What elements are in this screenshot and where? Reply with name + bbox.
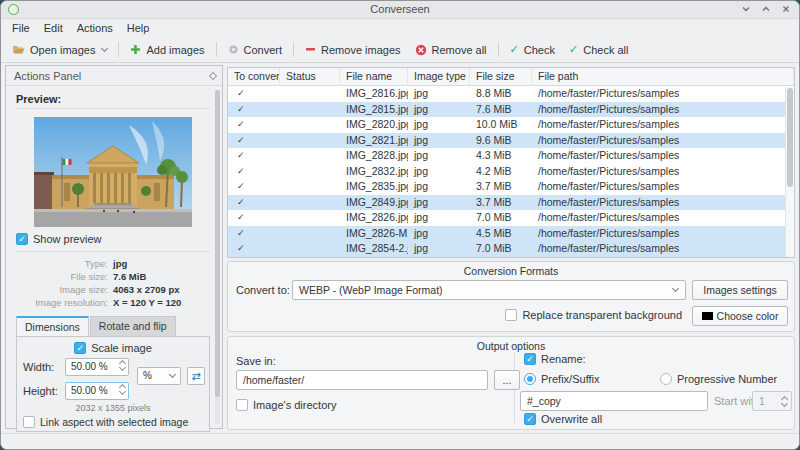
show-preview-checkbox[interactable]: ✓: [16, 233, 28, 245]
table-row[interactable]: ✓IMG_2832.jpgjpg4.2 MiB/home/faster/Pict…: [228, 164, 794, 180]
choose-color-label: Choose color: [717, 310, 779, 322]
add-images-label: Add images: [146, 44, 204, 56]
close-icon[interactable]: [781, 4, 791, 14]
replace-transparent-row: ✓ Replace transparent background: [505, 309, 682, 321]
check-all-button[interactable]: ✓ Check all: [562, 40, 635, 59]
col-image-type[interactable]: Image type: [408, 68, 470, 85]
col-status[interactable]: Status: [280, 68, 340, 85]
check-button[interactable]: ✓ Check: [503, 40, 562, 59]
tab-dimensions[interactable]: Dimensions: [16, 316, 89, 336]
table-row[interactable]: ✓IMG_2849.jpgjpg3.7 MiB/home/faster/Pict…: [228, 195, 794, 211]
actions-panel-header[interactable]: Actions Panel: [6, 66, 222, 86]
menubar: File Edit Actions Help: [1, 19, 799, 37]
images-directory-checkbox[interactable]: ✓: [236, 399, 248, 411]
minimize-icon[interactable]: [741, 4, 751, 14]
cell-type: jpg: [408, 102, 470, 118]
preview-label: Preview:: [16, 93, 210, 109]
scale-image-checkbox[interactable]: ✓: [74, 342, 86, 354]
rename-pattern-input[interactable]: #_copy: [520, 391, 708, 411]
cell-name: IMG_2854-2.j...: [340, 241, 408, 257]
open-images-button[interactable]: Open images: [5, 41, 114, 59]
table-row[interactable]: ✓IMG_2854-2.j...jpg7.0 MiB/home/faster/P…: [228, 241, 794, 257]
float-panel-icon[interactable]: [209, 72, 217, 80]
cell-size: 3.7 MiB: [470, 195, 532, 211]
cell-name: IMG_2826-M...: [340, 226, 408, 242]
cell-check: ✓: [228, 210, 280, 226]
browse-button[interactable]: ...: [494, 370, 520, 390]
add-images-button[interactable]: Add images: [123, 41, 211, 59]
maximize-icon[interactable]: [761, 4, 771, 14]
titlebar[interactable]: Converseen: [1, 1, 799, 19]
chevron-down-icon: [101, 45, 108, 52]
file-size-value: 7.6 MiB: [113, 271, 210, 282]
tab-rotate-and-flip[interactable]: Rotate and flip: [90, 316, 176, 336]
format-value: WEBP - (WebP Image Format): [299, 284, 443, 296]
remove-images-button[interactable]: Remove images: [298, 41, 407, 59]
cell-type: jpg: [408, 86, 470, 102]
menu-actions[interactable]: Actions: [70, 21, 120, 35]
cell-path: /home/faster/Pictures/samples: [532, 102, 794, 118]
table-row[interactable]: ✓IMG_2820.jpgjpg10.0 MiB/home/faster/Pic…: [228, 117, 794, 133]
cell-name: IMG_2835.jpg: [340, 179, 408, 195]
choose-color-button[interactable]: Choose color: [692, 306, 788, 326]
gear-icon: [228, 44, 239, 55]
table-scrollbar-thumb[interactable]: [787, 88, 793, 187]
remove-all-button[interactable]: Remove all: [408, 41, 494, 59]
cell-name: IMG_2821.jpg: [340, 133, 408, 149]
plus-icon: [130, 44, 141, 55]
convert-button[interactable]: Convert: [221, 41, 290, 59]
cell-check: ✓: [228, 179, 280, 195]
tab-bar: Dimensions Rotate and flip: [16, 316, 210, 336]
width-spinbox[interactable]: 50.00 %: [65, 358, 129, 376]
col-to-convert[interactable]: To convert: [228, 68, 280, 85]
menu-file[interactable]: File: [5, 21, 37, 35]
table-row[interactable]: ✓IMG_2835.jpgjpg3.7 MiB/home/faster/Pict…: [228, 179, 794, 195]
col-file-path[interactable]: File path: [532, 68, 794, 85]
rename-row: ✓ Rename:: [524, 353, 586, 365]
chevron-down-icon: [169, 371, 176, 378]
output-options-title: Output options: [228, 340, 794, 352]
format-dropdown[interactable]: WEBP - (WebP Image Format): [292, 280, 686, 300]
panel-scrollbar-thumb[interactable]: [215, 90, 220, 397]
table-scrollbar[interactable]: [785, 87, 794, 257]
cell-path: /home/faster/Pictures/samples: [532, 133, 794, 149]
table-row[interactable]: ✓IMG_2828.jpgjpg4.3 MiB/home/faster/Pict…: [228, 148, 794, 164]
replace-transparent-label: Replace transparent background: [522, 309, 682, 321]
file-table-header[interactable]: To convert Status File name Image type F…: [228, 68, 794, 86]
cell-name: IMG_2816.jpg: [340, 86, 408, 102]
spin-arrows-icon[interactable]: [120, 360, 125, 370]
spin-arrows-icon[interactable]: [120, 384, 125, 394]
check-icon: ✓: [18, 235, 26, 244]
save-path-input[interactable]: /home/faster/: [236, 370, 488, 390]
swap-dimensions-button[interactable]: ⇄: [187, 367, 205, 385]
file-table: To convert Status File name Image type F…: [227, 67, 795, 258]
image-size-label: Image size:: [16, 284, 108, 295]
table-row[interactable]: ✓IMG_2826.jpgjpg7.0 MiB/home/faster/Pict…: [228, 210, 794, 226]
cell-path: /home/faster/Pictures/samples: [532, 179, 794, 195]
height-spinbox[interactable]: 50.00 %: [65, 382, 129, 400]
table-row[interactable]: ✓IMG_2821.jpgjpg9.6 MiB/home/faster/Pict…: [228, 133, 794, 149]
cell-size: 4.3 MiB: [470, 148, 532, 164]
toolbar: Open images Add images Convert Remove im…: [1, 37, 799, 63]
unit-dropdown[interactable]: %: [137, 367, 181, 385]
check-icon: ✓: [76, 344, 84, 353]
cell-type: jpg: [408, 210, 470, 226]
overwrite-all-row: ✓ Overwrite all: [524, 413, 602, 425]
panel-scrollbar[interactable]: [215, 90, 220, 424]
cell-check: ✓: [228, 164, 280, 180]
images-settings-button[interactable]: Images settings: [692, 280, 788, 300]
col-file-size[interactable]: File size: [470, 68, 532, 85]
rename-label: Rename:: [541, 353, 586, 365]
menu-edit[interactable]: Edit: [37, 21, 70, 35]
progressive-number-radio[interactable]: [660, 373, 672, 385]
menu-help[interactable]: Help: [120, 21, 157, 35]
replace-transparent-checkbox[interactable]: ✓: [505, 309, 517, 321]
table-row[interactable]: ✓IMG_2815.jpgjpg7.6 MiB/home/faster/Pict…: [228, 102, 794, 118]
table-row[interactable]: ✓IMG_2826-M...jpg4.5 MiB/home/faster/Pic…: [228, 226, 794, 242]
col-file-name[interactable]: File name: [340, 68, 408, 85]
rename-checkbox[interactable]: ✓: [524, 353, 536, 365]
overwrite-all-checkbox[interactable]: ✓: [524, 413, 536, 425]
link-aspect-checkbox[interactable]: ✓: [23, 416, 35, 428]
prefix-suffix-radio[interactable]: [524, 373, 536, 385]
table-row[interactable]: ✓IMG_2816.jpgjpg8.8 MiB/home/faster/Pict…: [228, 86, 794, 102]
